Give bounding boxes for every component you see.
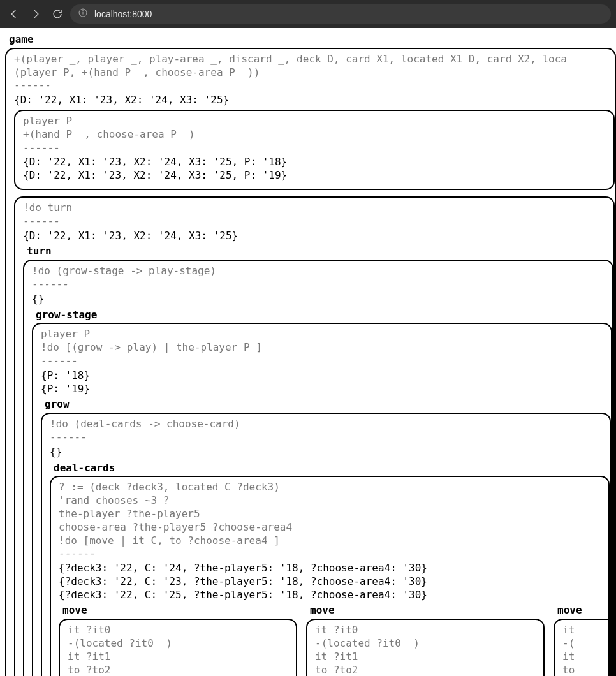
rule-grow: grow !do (deal-cards -> choose-card) ---… [41,398,611,676]
reload-icon [52,8,63,20]
inner-box: player P +(hand P _, choose-area P _) --… [14,110,615,190]
rule-title: move [306,604,545,619]
svg-point-2 [83,10,84,11]
rule-body: it ?it0 -(located ?it0 _) it ?it1 to ?to… [315,624,543,676]
rule-state: {D: '22, X1: '23, X2: '24, X3: '25} [14,94,615,107]
rule-box: +(player _, player _, play-area _, disca… [5,48,616,676]
rule-body: it -( it to +( [562,624,616,676]
rule-box: ? := (deck ?deck3, located C ?deck3) 'ra… [50,476,610,676]
rule-move: move it ?it0 -(located ?it0 _) it ?it1 t… [306,604,545,676]
rule-body: ? := (deck ?deck3, located C ?deck3) 'ra… [59,481,608,561]
rule-title: deal-cards [50,462,610,476]
rule-turn: turn !do (grow-stage -> play-stage) ----… [23,245,613,676]
rule-box: it ?it0 -(located ?it0 _) it ?it1 to ?to… [59,619,297,676]
rule-game: game +(player _, player _, play-area _, … [5,33,616,676]
page-content: game +(player _, player _, play-area _, … [0,28,616,676]
rule-title: turn [23,245,613,260]
arrow-right-icon [30,8,41,20]
rule-box: it -( it to +( [554,619,616,676]
rule-body: player P +(hand P _, choose-area P _) --… [23,115,613,154]
arrow-left-icon [8,8,20,20]
rule-title: move [554,604,616,619]
rule-state: {?deck3: '22, C: '24, ?the-player5: '18,… [59,562,608,601]
rule-title: game [5,33,616,48]
rule-body: !do (deal-cards -> choose-card) ------ [50,418,610,445]
rule-body: !do (grow-stage -> play-stage) ------ [32,265,612,291]
address-bar[interactable]: localhost:8000 [70,4,611,24]
forward-button[interactable] [27,5,45,23]
rule-body: player P !do [(grow -> play) | the-playe… [41,328,611,367]
rule-title: move [59,604,297,619]
inner-box: !do turn ------ {D: '22, X1: '23, X2: '2… [14,196,615,676]
rule-box: !do (deal-cards -> choose-card) ------ {… [41,413,611,676]
rule-box: player P !do [(grow -> play) | the-playe… [32,323,612,676]
rule-state: {} [50,446,610,459]
reload-button[interactable] [48,5,66,23]
rule-move: move it -( it to +( [554,604,616,676]
back-button[interactable] [5,5,23,23]
rule-box: it ?it0 -(located ?it0 _) it ?it1 to ?to… [306,619,545,676]
address-bar-text: localhost:8000 [94,8,152,20]
rule-body: +(player _, player _, play-area _, disca… [14,53,615,92]
rule-grow-stage: grow-stage player P !do [(grow -> play) … [32,309,612,676]
rule-state: {D: '22, X1: '23, X2: '24, X3: '25} [23,230,613,243]
move-row: move it ?it0 -(located ?it0 _) it ?it1 t… [59,604,608,676]
rule-state: {} [32,293,612,306]
rule-title: grow-stage [32,309,612,323]
browser-chrome: localhost:8000 [0,0,616,28]
rule-title: grow [41,398,611,413]
info-icon [78,8,88,20]
rule-body: !do turn ------ [23,202,613,228]
rule-body: it ?it0 -(located ?it0 _) it ?it1 to ?to… [68,624,296,676]
rule-box: !do (grow-stage -> play-stage) ------ {}… [23,260,613,676]
rule-deal-cards: deal-cards ? := (deck ?deck3, located C … [50,462,610,676]
rule-move: move it ?it0 -(located ?it0 _) it ?it1 t… [59,604,297,676]
rule-state: {P: '18} {P: '19} [41,369,611,396]
rule-state: {D: '22, X1: '23, X2: '24, X3: '25, P: '… [23,156,613,182]
